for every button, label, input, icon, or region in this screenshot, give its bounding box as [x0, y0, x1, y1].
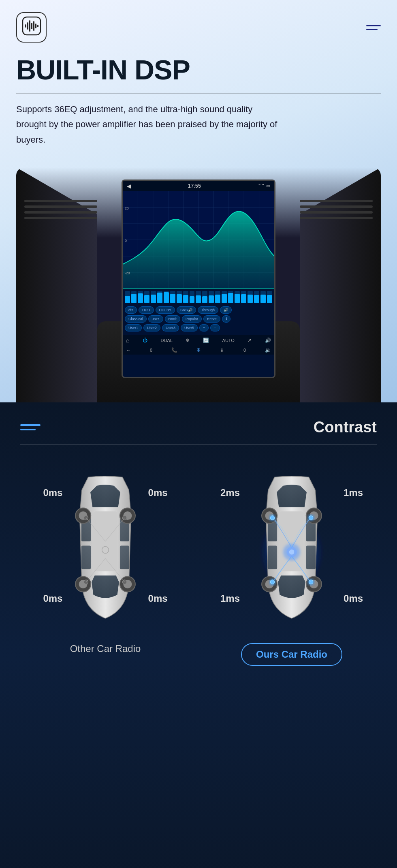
left-vents — [24, 200, 97, 219]
eq-graph: 20 0 -20 — [123, 191, 274, 289]
svg-rect-50 — [280, 511, 303, 571]
svg-rect-3 — [29, 20, 30, 32]
svg-point-73 — [289, 549, 295, 555]
contrast-title: Contrast — [314, 419, 377, 436]
fan-icon[interactable]: ❋ — [196, 347, 201, 353]
reset-btn[interactable]: Reset — [203, 315, 220, 323]
dsp-screen: ◀ 17:55 ⌃⌃ ▭ — [122, 180, 275, 378]
user3-btn[interactable]: User3 — [162, 324, 179, 331]
dolby-btn[interactable]: DOLBY — [156, 306, 175, 314]
through-btn[interactable]: Through — [198, 306, 219, 314]
jazz-btn[interactable]: Jazz — [148, 315, 163, 323]
home-icon[interactable]: ⌂ — [126, 337, 129, 344]
contrast-section: Contrast 0ms 0ms 0ms 0ms — [0, 402, 397, 868]
info-btn[interactable]: ℹ — [222, 315, 231, 323]
dual-label: DUAL — [161, 338, 173, 343]
right-vents — [300, 200, 373, 219]
add-btn[interactable]: + — [199, 324, 209, 331]
screen-time: 17:55 — [188, 183, 201, 189]
temp-icon[interactable]: 🌡 — [220, 347, 224, 353]
vol-icon[interactable]: 🔊 — [220, 306, 232, 314]
logo-icon — [22, 16, 41, 39]
svg-rect-30 — [120, 545, 129, 569]
svg-rect-26 — [93, 511, 117, 571]
svg-rect-29 — [81, 545, 91, 569]
our-car-label-btn[interactable]: Ours Car Radio — [241, 643, 342, 666]
other-delay-tl: 0ms — [43, 487, 62, 498]
srs-btn[interactable]: SRS🔊 — [177, 306, 196, 314]
screen-icons: ⌃⌃ ▭ — [258, 183, 270, 188]
svg-point-68 — [270, 580, 275, 584]
contrast-header: Contrast — [20, 419, 377, 445]
our-delay-bl: 1ms — [220, 593, 240, 604]
user1-btn[interactable]: User1 — [125, 324, 142, 331]
our-car-item: 2ms 1ms 1ms 0ms — [207, 465, 377, 666]
svg-rect-2 — [27, 22, 28, 30]
our-delay-tr: 1ms — [344, 487, 363, 498]
svg-point-70 — [309, 580, 313, 584]
other-car-svg — [57, 473, 154, 627]
vol-up-icon[interactable]: 🔊 — [265, 338, 271, 343]
our-delay-tl: 2ms — [220, 487, 240, 498]
snowflake-icon[interactable]: ❄ — [186, 338, 190, 343]
arrow-icon[interactable]: ↗ — [248, 338, 252, 343]
other-delay-tr: 0ms — [148, 487, 168, 498]
svg-rect-4 — [31, 23, 32, 29]
other-car-overhead: 0ms 0ms 0ms 0ms — [41, 465, 170, 635]
back-icon: ◀ — [127, 183, 131, 189]
eq-preset-buttons: dts DUU DOLBY SRS🔊 Through 🔊 Classical J… — [123, 305, 274, 335]
user2-btn[interactable]: User2 — [143, 324, 160, 331]
eq-row-2: Classical Jazz Rock Popular Reset ℹ — [125, 315, 272, 323]
phone-icon[interactable]: 📞 — [171, 347, 177, 353]
eq-slider-section — [123, 289, 274, 305]
other-car-item: 0ms 0ms 0ms 0ms — [20, 465, 190, 654]
description: Supports 36EQ adjustment, and the ultra-… — [16, 102, 280, 147]
screen-bottom-nav: ⌂ ⏻ DUAL ❄ 🔄 AUTO ↗ 🔊 — [123, 335, 274, 346]
other-delay-br: 0ms — [148, 593, 168, 604]
contrast-icon — [20, 424, 41, 430]
auto-label: AUTO — [222, 338, 235, 343]
svg-text:0: 0 — [125, 239, 127, 243]
popular-btn[interactable]: Popular — [182, 315, 202, 323]
nav-bar — [16, 12, 381, 43]
dashboard-container: ◀ 17:55 ⌃⌃ ▭ — [16, 159, 381, 402]
contrast-line-1 — [20, 424, 41, 426]
svg-rect-5 — [33, 21, 34, 31]
svg-rect-54 — [306, 545, 316, 569]
classical-btn[interactable]: Classical — [125, 315, 147, 323]
hero-section: BUILT-IN DSP Supports 36EQ adjustment, a… — [0, 0, 397, 402]
duu-btn[interactable]: DUU — [139, 306, 154, 314]
menu-button[interactable] — [366, 25, 381, 30]
svg-rect-6 — [35, 24, 36, 28]
our-car-svg — [243, 473, 340, 627]
logo[interactable] — [16, 12, 47, 43]
our-car-overhead: 2ms 1ms 1ms 0ms — [227, 465, 356, 635]
ac-icon[interactable]: 🔄 — [203, 338, 209, 343]
svg-text:20: 20 — [125, 206, 129, 210]
zero-left: 0 — [150, 348, 152, 353]
page-title: BUILT-IN DSP — [16, 55, 381, 85]
eq-row-1: dts DUU DOLBY SRS🔊 Through 🔊 — [125, 306, 272, 314]
back-btn[interactable]: ← — [126, 347, 131, 353]
screen-header: ◀ 17:55 ⌃⌃ ▭ — [123, 181, 274, 191]
user5-btn[interactable]: User5 — [181, 324, 198, 331]
title-divider — [16, 93, 381, 94]
eq-row-3: User1 User2 User3 User5 + − — [125, 324, 272, 331]
menu-line-1 — [366, 25, 381, 26]
menu-line-2 — [366, 29, 378, 30]
svg-rect-53 — [268, 545, 277, 569]
svg-text:-20: -20 — [125, 271, 130, 275]
svg-rect-7 — [37, 25, 38, 27]
dts-btn[interactable]: dts — [125, 306, 137, 314]
other-car-label: Other Car Radio — [70, 643, 141, 654]
rock-btn[interactable]: Rock — [165, 315, 181, 323]
minus-btn[interactable]: − — [210, 324, 220, 331]
vol-down-icon[interactable]: 🔉 — [265, 347, 271, 353]
power-icon[interactable]: ⏻ — [143, 338, 147, 343]
zero-right: 0 — [243, 348, 246, 353]
other-delay-bl: 0ms — [43, 593, 62, 604]
screen-bottom-nav-2: ← 0 📞 ❋ 🌡 0 🔉 — [123, 346, 274, 355]
contrast-line-2 — [20, 429, 36, 430]
svg-rect-1 — [25, 24, 26, 28]
our-delay-br: 0ms — [344, 593, 363, 604]
